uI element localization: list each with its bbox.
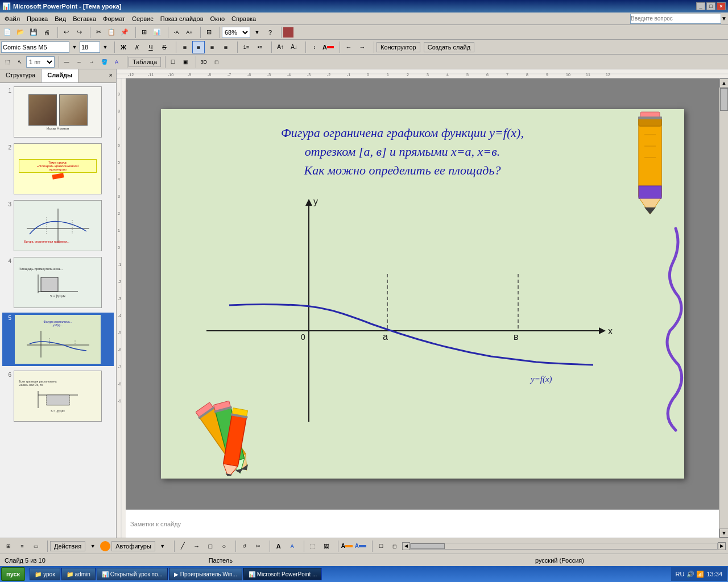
zoom-dropdown-btn[interactable]: ▼ — [251, 26, 263, 39]
print-button[interactable]: 🖨 — [40, 26, 53, 39]
numbering-button[interactable]: 1≡ — [240, 41, 253, 53]
line-spacing-button[interactable]: ↕ — [308, 41, 321, 53]
scroll-left-button[interactable]: ◀ — [402, 542, 410, 550]
draw-btn-1[interactable]: ⬚ — [1, 56, 14, 68]
clip-tool[interactable]: ✂ — [252, 540, 264, 552]
increase-font-button[interactable]: A↑ — [274, 41, 287, 53]
scroll-right-button[interactable]: ▶ — [718, 542, 726, 550]
view-outline-btn[interactable]: ≡ — [16, 540, 28, 552]
close-button[interactable]: × — [717, 2, 726, 10]
redo-button[interactable]: ↪ — [73, 26, 85, 39]
line-color-button[interactable]: A — [110, 56, 123, 68]
rect-tool[interactable]: □ — [204, 540, 217, 552]
move-right-button[interactable]: → — [356, 41, 369, 53]
minimize-button[interactable]: _ — [696, 2, 705, 10]
copy-button[interactable]: 📋 — [105, 26, 118, 39]
line-color2-btn[interactable]: A — [354, 540, 367, 552]
panel-close-button[interactable]: × — [106, 69, 116, 82]
insert-diagram-btn[interactable]: ⬚ — [307, 540, 319, 552]
actions-dropdown[interactable]: ▼ — [86, 540, 99, 552]
slide-item-1[interactable]: 1 Исаак Ньютон — [2, 85, 114, 139]
insert-table-button[interactable]: ⊞ — [138, 26, 150, 39]
create-slide-button[interactable]: Создать слайд — [424, 42, 474, 52]
3d-btn[interactable]: 3D — [197, 56, 210, 68]
move-left-button[interactable]: ← — [342, 41, 355, 53]
scroll-thumb-v[interactable] — [720, 88, 728, 111]
align-right-button[interactable]: ≡ — [206, 41, 218, 53]
arrow-style-button[interactable]: → — [85, 56, 98, 68]
menu-slideshow[interactable]: Показ слайдов — [157, 14, 207, 23]
decrease-font-button[interactable]: A↓ — [288, 41, 300, 53]
notes-area[interactable]: Заметки к слайду — [126, 509, 719, 538]
scroll-thumb-h[interactable] — [411, 543, 445, 549]
autoshapes-button[interactable]: Автофигуры — [111, 541, 155, 551]
tab-structure[interactable]: Структура — [0, 69, 42, 82]
slide-canvas[interactable]: Фигура ограничена графиком функции y=f(x… — [161, 109, 684, 479]
taskbar-folder-icon-2[interactable]: 📁 admin — [61, 568, 96, 580]
menu-file[interactable]: Файл — [1, 14, 23, 23]
underline-button[interactable]: Ч — [144, 41, 157, 53]
save-button[interactable]: 💾 — [27, 26, 40, 39]
shadow-btn[interactable]: ☐ — [167, 56, 179, 68]
line-tool[interactable]: ╱ — [177, 540, 189, 552]
taskbar-player[interactable]: ▶ Проигрыватель Win... — [169, 568, 242, 580]
justify-button[interactable]: ≡ — [220, 41, 232, 53]
bold-button[interactable]: Ж — [117, 41, 130, 53]
text-tool[interactable]: A — [272, 540, 285, 552]
menu-window[interactable]: Окно — [207, 14, 229, 23]
fill-color-button[interactable]: 🪣 — [98, 56, 110, 68]
scroll-down-button[interactable]: ▼ — [719, 529, 728, 538]
slide-item-4[interactable]: 4 Площадь прямоугольника... S = ∫f(x)dx — [2, 256, 114, 309]
slide-item-3[interactable]: 3 Фигура, ограниченная графиком... — [2, 199, 114, 252]
menu-insert[interactable]: Вставка — [69, 14, 100, 23]
font-size-dropdown[interactable]: ▼ — [101, 41, 109, 53]
taskbar-openlesson[interactable]: 📊 Открытый урок по... — [97, 568, 168, 580]
font-name-input[interactable] — [1, 41, 69, 53]
bullets-button[interactable]: •≡ — [254, 41, 266, 53]
grid-button[interactable]: ⊞ — [202, 26, 215, 39]
autoshapes-dropdown[interactable]: ▼ — [156, 540, 169, 552]
start-button[interactable]: пуск — [1, 567, 25, 581]
slide-item-2[interactable]: 2 Тема урока:«Площадь криволинейнойтрапе… — [2, 142, 114, 196]
insert-chart-button[interactable]: 📊 — [151, 26, 163, 39]
select-btn[interactable] — [100, 541, 110, 551]
menu-view[interactable]: Вид — [51, 14, 69, 23]
open-button[interactable]: 📂 — [14, 26, 27, 39]
scroll-up-button[interactable]: ▲ — [719, 78, 728, 88]
menu-format[interactable]: Формат — [100, 14, 129, 23]
undo-button[interactable]: ↩ — [60, 26, 72, 39]
shadow-off-btn[interactable]: ▣ — [179, 56, 192, 68]
menu-help[interactable]: Справка — [228, 14, 259, 23]
zoom-out-button[interactable]: -A — [170, 26, 183, 39]
align-center-button[interactable]: ≡ — [192, 41, 205, 53]
line-width-select[interactable]: 1 пт 2 пт — [26, 56, 55, 68]
fill-color2-btn[interactable]: A — [341, 540, 353, 552]
font-size-input[interactable] — [80, 41, 100, 53]
paste-button[interactable]: 📌 — [118, 26, 131, 39]
strikethrough-button[interactable]: S — [158, 41, 171, 53]
dash-style-button[interactable]: -- — [73, 56, 85, 68]
help-search-dropdown[interactable]: ▼ — [721, 15, 727, 22]
new-button[interactable]: 📄 — [1, 26, 14, 39]
italic-button[interactable]: К — [131, 41, 143, 53]
rotate-tool[interactable]: ↺ — [238, 540, 251, 552]
menu-edit[interactable]: Правка — [23, 14, 51, 23]
color-theme-button[interactable] — [283, 27, 293, 38]
3d-off-btn[interactable]: ◻ — [210, 56, 222, 68]
3d2-btn[interactable]: ◻ — [388, 540, 401, 552]
taskbar-powerpoint[interactable]: 📊 Microsoft PowerPoint ... — [243, 568, 322, 580]
slide-item-5[interactable]: 5 Фигура ограничена...y=f(x)... — [2, 313, 114, 366]
insert-clip-btn[interactable]: 🖼 — [320, 540, 333, 552]
taskbar-folder-icon-1[interactable]: 📁 урок — [30, 568, 60, 580]
font-name-dropdown[interactable]: ▼ — [71, 41, 78, 53]
cut-button[interactable]: ✂ — [92, 26, 105, 39]
actions-button[interactable]: Действия — [50, 541, 85, 551]
tab-slides[interactable]: Слайды — [42, 69, 78, 82]
vertical-scrollbar[interactable]: ▲ ▼ — [719, 78, 728, 538]
menu-service[interactable]: Сервис — [129, 14, 157, 23]
line-style-button[interactable]: — — [60, 56, 73, 68]
font-color-button[interactable]: A — [322, 41, 334, 53]
ellipse-tool[interactable]: ○ — [218, 540, 230, 552]
zoom-select[interactable]: 68% 50% 75% 100% — [222, 27, 250, 38]
view-slide-btn[interactable]: ▭ — [30, 540, 42, 552]
